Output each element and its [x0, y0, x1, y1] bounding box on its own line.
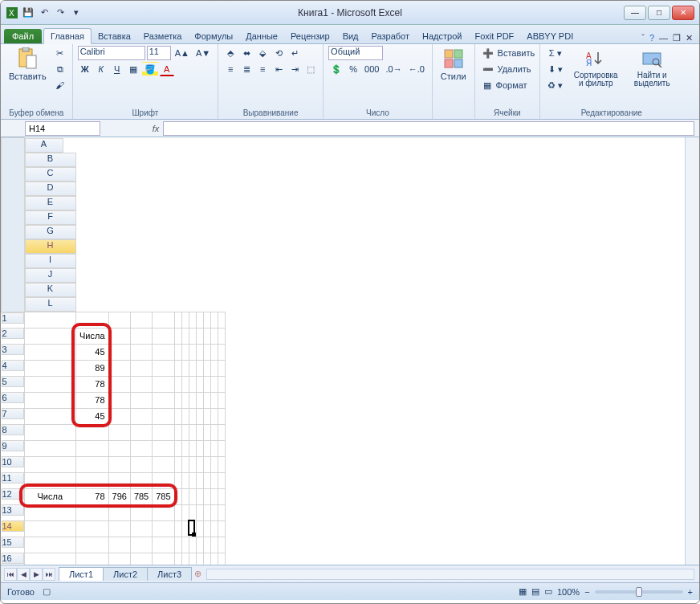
cell-J6[interactable] — [203, 392, 210, 408]
cell-L11[interactable] — [218, 472, 225, 488]
cell-G13[interactable] — [181, 504, 189, 520]
cell-H10[interactable] — [189, 456, 196, 472]
row-header-15[interactable]: 15 — [2, 537, 24, 548]
cell-I7[interactable] — [196, 408, 203, 424]
cell-E14[interactable] — [153, 520, 174, 537]
cell-I3[interactable] — [196, 344, 203, 360]
cell-K3[interactable] — [210, 344, 218, 360]
cell-J12[interactable] — [203, 488, 210, 504]
cell-A3[interactable] — [24, 344, 76, 360]
cell-F5[interactable] — [174, 376, 181, 392]
delete-cells-icon[interactable]: ➖ — [480, 62, 496, 76]
row-header-14[interactable]: 14 — [2, 520, 24, 532]
cell-D8[interactable] — [130, 424, 152, 440]
align-right-icon[interactable]: ≡ — [255, 62, 270, 76]
cell-J13[interactable] — [203, 504, 210, 520]
cell-E10[interactable] — [153, 456, 174, 472]
col-header-G[interactable]: G — [25, 225, 76, 239]
cell-G3[interactable] — [181, 344, 189, 360]
cell-A15[interactable] — [24, 537, 76, 553]
cell-E4[interactable] — [153, 360, 174, 376]
cell-K5[interactable] — [210, 376, 218, 392]
name-box[interactable]: H14 — [25, 121, 100, 136]
row-header-3[interactable]: 3 — [2, 344, 24, 355]
align-center-icon[interactable]: ≣ — [239, 62, 254, 76]
cell-F3[interactable] — [174, 344, 181, 360]
cell-K16[interactable] — [210, 553, 218, 565]
cell-C3[interactable] — [108, 344, 130, 360]
row-header-5[interactable]: 5 — [2, 376, 24, 387]
select-all-corner[interactable] — [2, 138, 25, 312]
cell-E9[interactable] — [153, 440, 174, 456]
cell-J1[interactable] — [203, 312, 210, 328]
cell-L13[interactable] — [218, 504, 225, 520]
tab-addins[interactable]: Надстрой — [416, 29, 468, 43]
tab-review[interactable]: Рецензир — [284, 29, 336, 43]
undo-icon[interactable]: ↶ — [38, 6, 51, 19]
cell-B1[interactable] — [76, 312, 109, 328]
col-header-L[interactable]: L — [25, 297, 76, 312]
cell-B7[interactable]: 45 — [76, 408, 109, 424]
autosum-icon[interactable]: Σ ▾ — [545, 46, 565, 60]
cell-C10[interactable] — [108, 456, 130, 472]
cut-icon[interactable]: ✂ — [53, 46, 67, 60]
orientation-icon[interactable]: ⟲ — [271, 46, 286, 60]
cell-I6[interactable] — [196, 392, 203, 408]
cell-E1[interactable] — [153, 312, 174, 328]
increase-indent-icon[interactable]: ⇥ — [287, 62, 302, 76]
vertical-scrollbar[interactable] — [685, 137, 699, 565]
percent-icon[interactable]: % — [346, 62, 360, 76]
cell-L15[interactable] — [218, 537, 225, 553]
cell-B10[interactable] — [76, 456, 109, 472]
cell-F2[interactable] — [174, 328, 181, 344]
sheet-tab-1[interactable]: Лист1 — [59, 567, 104, 581]
wrap-text-icon[interactable]: ↵ — [287, 46, 302, 60]
cell-C2[interactable] — [108, 328, 130, 344]
cell-G6[interactable] — [181, 392, 189, 408]
paste-button[interactable]: Вставить — [6, 46, 50, 83]
cell-F12[interactable] — [174, 488, 181, 504]
tab-layout[interactable]: Разметка — [137, 29, 189, 43]
col-header-F[interactable]: F — [25, 210, 76, 225]
format-cells-icon[interactable]: ▦ — [480, 78, 494, 92]
row-header-16[interactable]: 16 — [2, 553, 24, 564]
tab-foxit[interactable]: Foxit PDF — [468, 29, 520, 43]
cell-F10[interactable] — [174, 456, 181, 472]
cell-G7[interactable] — [181, 408, 189, 424]
shrink-font-icon[interactable]: A▼ — [193, 46, 213, 60]
cell-K11[interactable] — [210, 472, 218, 488]
row-header-8[interactable]: 8 — [2, 424, 24, 435]
cell-J14[interactable] — [203, 520, 210, 537]
cell-A6[interactable] — [24, 392, 76, 408]
cell-D14[interactable] — [130, 520, 152, 537]
sheet-nav-last-icon[interactable]: ⏭ — [43, 568, 55, 581]
row-header-6[interactable]: 6 — [2, 392, 24, 403]
cell-K10[interactable] — [210, 456, 218, 472]
cell-L10[interactable] — [218, 456, 225, 472]
cell-C13[interactable] — [108, 504, 130, 520]
tab-abbyy[interactable]: ABBYY PDI — [520, 29, 580, 43]
cell-F6[interactable] — [174, 392, 181, 408]
cell-G10[interactable] — [181, 456, 189, 472]
cell-A9[interactable] — [24, 440, 76, 456]
cell-A10[interactable] — [24, 456, 76, 472]
row-header-12[interactable]: 12 — [2, 488, 24, 500]
sheet-nav-next-icon[interactable]: ▶ — [30, 568, 43, 581]
clear-icon[interactable]: ♻ ▾ — [545, 78, 565, 92]
zoom-slider[interactable] — [595, 590, 683, 594]
cell-H6[interactable] — [189, 392, 196, 408]
cell-C8[interactable] — [108, 424, 130, 440]
cell-G16[interactable] — [181, 553, 189, 565]
cell-F14[interactable] — [174, 520, 181, 537]
sheet-tab-3[interactable]: Лист3 — [147, 567, 192, 581]
cell-C7[interactable] — [108, 408, 130, 424]
cell-B13[interactable] — [76, 504, 109, 520]
cell-L16[interactable] — [218, 553, 225, 565]
comma-icon[interactable]: 000 — [362, 62, 381, 76]
cell-C5[interactable] — [108, 376, 130, 392]
merge-icon[interactable]: ⬚ — [303, 62, 318, 76]
cell-D13[interactable] — [130, 504, 152, 520]
tab-insert[interactable]: Вставка — [92, 29, 137, 43]
cell-J7[interactable] — [203, 408, 210, 424]
cell-D5[interactable] — [130, 376, 152, 392]
